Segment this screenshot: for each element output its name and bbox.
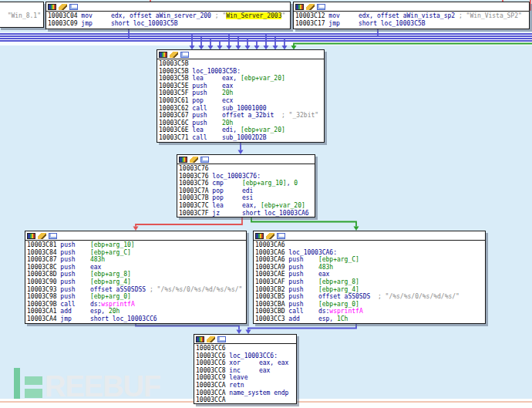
code-listing[interactable]: 10003C5B10003C5B loc_10003C5B:10003C5B l… [157,59,324,143]
code-listing[interactable]: 10003C12 mov edx, offset aWin_vista_sp2 … [294,12,529,28]
code-line[interactable]: 10003C62 call sub_10001000 [159,105,322,113]
code-line[interactable]: 10003CC6 xor eax, eax [196,359,295,367]
node-pencil-icon[interactable] [170,52,178,58]
node-image-icon[interactable] [217,336,226,342]
code-line[interactable]: 10003C87 push 483h [27,256,244,264]
basic-block-10003C12[interactable]: 10003C12 mov edx, offset aWin_vista_sp2 … [293,2,530,29]
code-line[interactable]: 10003CCA name_system endp [196,389,295,397]
code-line[interactable]: 10003CB2 push [ebp+arg_4] [255,286,483,294]
node-pencil-icon[interactable] [59,4,67,10]
code-line[interactable]: 10003C84 push [ebp+arg_C] [27,249,244,257]
basic-block-10003C81[interactable]: 10003C81 push [ebp+arg_10]10003C84 push … [25,231,247,324]
code-line[interactable]: 10003CA1 add esp, 20h [27,308,244,315]
code-line[interactable]: 10003C09 jmp short loc_10003C5B [48,20,288,28]
code-line[interactable]: 10003CA6 push [ebp+arg_C] [255,256,483,264]
code-line[interactable]: 10003C12 mov edx, offset aWin_vista_sp2 … [295,12,527,20]
node-chart-icon[interactable] [196,336,204,342]
code-line[interactable]: 10003C98 push [ebp+arg_0] [27,293,244,301]
basic-block-10003C76[interactable]: 10003C7610003C76 loc_10003C76:10003C76 c… [177,154,315,217]
code-token: 10003C76 [179,173,212,180]
code-line[interactable]: 10003C8D push [ebp+arg_8] [27,271,244,278]
code-listing[interactable]: 10003C04 mov edx, offset aWin_server_200… [46,12,290,28]
code-line[interactable]: 10003C6C push 20h [159,120,322,127]
code-line[interactable]: 10003CC6 [196,345,295,352]
code-line[interactable]: 10003C17 jmp short loc_10003C5B [295,20,527,28]
node-pencil-icon[interactable] [190,157,198,163]
node-chart-icon[interactable] [159,52,167,58]
code-line[interactable]: 10003C5B loc_10003C5B: [159,68,322,76]
code-token: loc_10003C76: [212,173,261,180]
code-line[interactable]: 10003C5E push eax [159,83,322,90]
node-pencil-icon[interactable] [38,233,46,239]
node-chart-icon[interactable] [48,4,56,10]
node-chart-icon[interactable] [255,233,264,239]
node-pencil-icon[interactable] [306,4,315,10]
code-listing[interactable]: 10003C81 push [ebp+arg_10]10003C84 push … [25,241,246,324]
node-image-icon[interactable] [277,233,285,239]
node-image-icon[interactable] [317,4,325,10]
code-token: 10003C5F [159,89,192,96]
code-line[interactable]: 10003CA6 loc_10003CA6: [255,249,483,257]
code-listing[interactable]: 10003C7610003C76 loc_10003C76:10003C76 c… [177,164,315,217]
node-image-icon[interactable] [69,4,78,10]
code-line[interactable]: 10003C67 push offset a_32bit ; "_32bit" [159,112,322,120]
node-pencil-icon[interactable] [207,336,215,342]
code-line[interactable]: 10003CCA retn [196,382,295,389]
code-line[interactable]: "Win_8.1" [1,12,41,20]
code-line[interactable]: 10003CC3 add esp, 1Ch [255,315,483,323]
code-line[interactable]: 10003CC6 loc_10003CC6: [196,352,295,360]
code-line[interactable]: 10003C76 [179,165,313,173]
code-line[interactable]: 10003CB5 push offset aSS0SDS ; "/%s/%s/0… [255,293,483,301]
basic-block-10003C04[interactable]: 10003C04 mov edx, offset aWin_server_200… [45,2,291,29]
code-line[interactable]: 10003C93 push offset aSS0SDSS ; "/%s/%s/… [27,286,244,294]
node-image-icon[interactable] [49,233,57,239]
code-line[interactable]: 10003C7B pop esi [179,194,313,202]
code-line[interactable]: 10003CA9 push 483h [255,264,483,271]
code-token: 10003C81 [27,241,60,248]
code-line[interactable]: 10003C5B [159,60,322,68]
code-listing[interactable]: 10003CC610003CC6 loc_10003CC6:10003CC6 x… [194,344,296,404]
node-image-icon[interactable] [200,157,209,163]
code-line[interactable]: 10003C5F push 20h [159,89,322,97]
code-line[interactable]: 10003CBD call ds:wsprintfA [255,308,483,315]
code-line[interactable]: 10003CC9 leave [196,374,295,382]
node-chart-icon[interactable] [295,4,304,10]
graph-canvas[interactable]: REEBUF [0,0,532,408]
basic-block-10003CA6[interactable]: 10003CA610003CA6 loc_10003CA6:10003CA6 p… [253,231,486,324]
code-token: 10003C61 [159,97,192,104]
code-line[interactable]: 10003C7A pop edi [179,187,313,195]
code-token: 10003CAF [255,278,288,285]
code-listing[interactable]: "Win_8.1" [0,2,43,21]
block-titlebar [254,231,485,241]
code-line[interactable]: 10003CC8 inc eax [196,367,295,375]
code-line[interactable]: 10003C7F jz short loc_10003CA6 [179,210,313,217]
basic-block-win81-fragment[interactable]: "Win_8.1" [0,2,44,28]
code-token: 10003C6E [159,126,192,133]
code-line[interactable]: 10003C7C lea eax, [ebp+var_20] [179,202,313,210]
basic-block-10003C5B[interactable]: 10003C5B10003C5B loc_10003C5B:10003C5B l… [157,49,325,143]
code-line[interactable]: 10003CA4 jmp short loc_10003CC6 [27,315,244,323]
code-line[interactable]: 10003CA6 [255,241,483,249]
code-line[interactable]: 10003CBA push [ebp+arg_0] [255,301,483,309]
code-line[interactable]: 10003C71 call sub_10002D2B [159,134,322,142]
code-line[interactable]: 10003C90 push [ebp+arg_4] [27,278,244,286]
code-line[interactable]: 10003CCA [196,396,295,404]
code-line[interactable]: 10003CAF push [ebp+arg_8] [255,278,483,286]
code-line[interactable]: 10003C76 cmp [ebp+arg_10], 0 [179,180,313,187]
code-line[interactable]: 10003C04 mov edx, offset aWin_server_200… [48,12,288,20]
code-line[interactable]: 10003C61 pop ecx [159,97,322,105]
basic-block-10003CC6[interactable]: 10003CC610003CC6 loc_10003CC6:10003CC6 x… [194,334,297,404]
node-image-icon[interactable] [180,52,189,58]
code-line[interactable]: 10003C9B call ds:wsprintfA [27,301,244,309]
code-line[interactable]: 10003C5B lea eax, [ebp+var_20] [159,75,322,83]
node-chart-icon[interactable] [27,233,35,239]
code-listing[interactable]: 10003CA610003CA6 loc_10003CA6:10003CA6 p… [254,241,485,324]
code-line[interactable]: 10003C81 push [ebp+arg_10] [27,241,244,249]
code-token: " [281,12,285,19]
node-chart-icon[interactable] [179,157,187,163]
code-line[interactable]: 10003C6E lea edi, [ebp+var_20] [159,126,322,134]
code-line[interactable]: 10003C8C push eax [27,264,244,271]
node-pencil-icon[interactable] [266,233,274,239]
code-line[interactable]: 10003C76 loc_10003C76: [179,173,313,180]
code-line[interactable]: 10003CAE push eax [255,271,483,278]
